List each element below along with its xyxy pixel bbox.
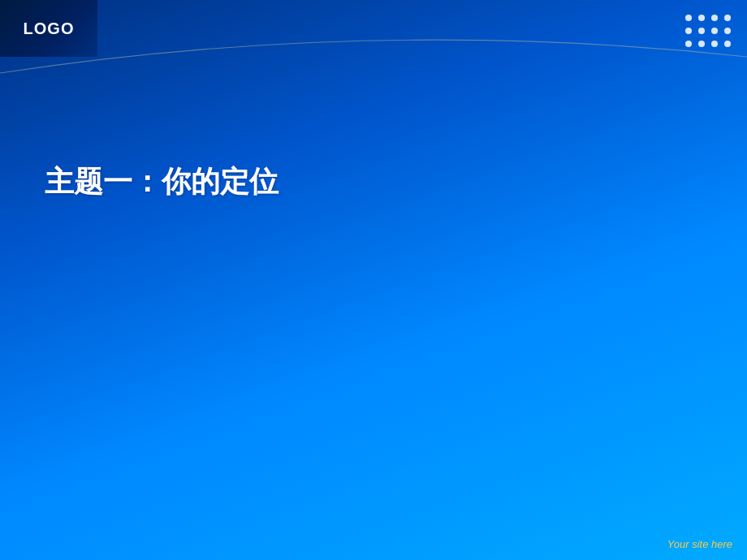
dot [724,41,731,47]
logo-label: LOGO [24,19,75,38]
dot [685,15,692,21]
slide: LOGO 主题一：你的定位 Your site here [0,0,747,560]
footer-site-link[interactable]: Your site here [667,538,732,550]
dot [711,15,718,21]
dot [711,28,718,34]
logo-panel: LOGO [0,0,97,57]
slide-title: 主题一：你的定位 [45,162,279,202]
dot [698,41,705,47]
dot [711,41,718,47]
dot [685,28,692,34]
dot [685,41,692,47]
dot [724,15,731,21]
dot-grid-decoration [685,15,732,49]
dot [698,15,705,21]
dot [698,28,705,34]
dot [724,28,731,34]
arc-decoration [0,0,747,560]
